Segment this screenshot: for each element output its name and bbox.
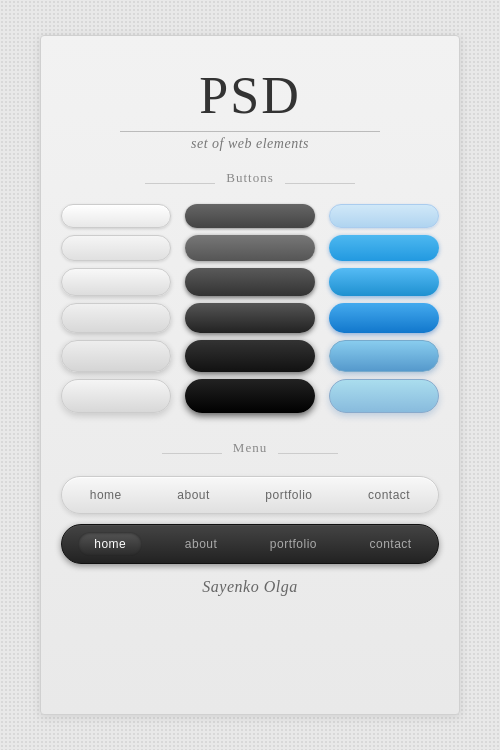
menu-white-home[interactable]: home — [80, 484, 132, 506]
menu-dark-home[interactable]: home — [78, 532, 142, 556]
button-row-3 — [61, 268, 439, 296]
blue-button-5[interactable] — [329, 340, 439, 372]
menu-white-portfolio[interactable]: portfolio — [255, 484, 322, 506]
menu-dark-about[interactable]: about — [175, 533, 228, 555]
white-button-6[interactable] — [61, 379, 171, 413]
blue-button-6[interactable] — [329, 379, 439, 413]
white-button-4[interactable] — [61, 303, 171, 333]
title-divider — [120, 131, 380, 132]
buttons-section-label: Buttons — [226, 170, 273, 186]
blue-button-1[interactable] — [329, 204, 439, 228]
blue-button-4[interactable] — [329, 303, 439, 333]
page-title: PSD — [199, 66, 300, 125]
author-name: Sayenko Olga — [202, 578, 297, 596]
menu-bar-white: home about portfolio contact — [61, 476, 439, 514]
white-button-3[interactable] — [61, 268, 171, 296]
menu-bar-dark: home about portfolio contact — [61, 524, 439, 564]
menu-section-label: Menu — [233, 440, 267, 456]
dark-button-4[interactable] — [185, 303, 315, 333]
button-row-6 — [61, 379, 439, 413]
page-subtitle: set of web elements — [191, 136, 309, 152]
dark-button-3[interactable] — [185, 268, 315, 296]
button-row-1 — [61, 204, 439, 228]
buttons-section-header: Buttons — [61, 170, 439, 196]
menu-dark-contact[interactable]: contact — [360, 533, 422, 555]
menu-section: Menu home about portfolio contact home a… — [61, 440, 439, 578]
menu-white-contact[interactable]: contact — [358, 484, 420, 506]
menu-white-about[interactable]: about — [167, 484, 220, 506]
white-button-5[interactable] — [61, 340, 171, 372]
dark-button-6[interactable] — [185, 379, 315, 413]
blue-button-2[interactable] — [329, 235, 439, 261]
white-button-1[interactable] — [61, 204, 171, 228]
button-row-4 — [61, 303, 439, 333]
blue-button-3[interactable] — [329, 268, 439, 296]
dark-button-1[interactable] — [185, 204, 315, 228]
dark-button-2[interactable] — [185, 235, 315, 261]
buttons-section: Buttons — [61, 170, 439, 420]
button-row-2 — [61, 235, 439, 261]
menu-dark-portfolio[interactable]: portfolio — [260, 533, 327, 555]
page-wrapper: PSD set of web elements Buttons — [40, 35, 460, 715]
button-row-5 — [61, 340, 439, 372]
white-button-2[interactable] — [61, 235, 171, 261]
dark-button-5[interactable] — [185, 340, 315, 372]
menu-section-header: Menu — [61, 440, 439, 466]
